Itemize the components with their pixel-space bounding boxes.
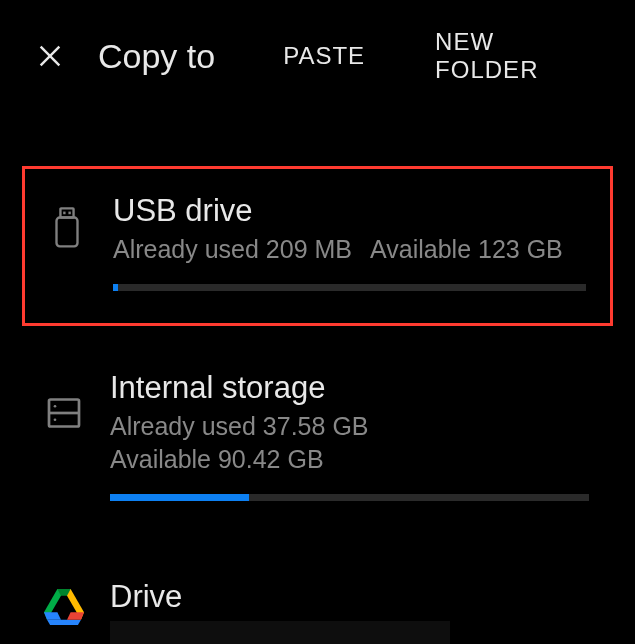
storage-internal-used: Already used 37.58 GB [110, 412, 589, 441]
storage-drive-account-redacted [110, 621, 450, 644]
highlight-box-usb: USB drive Already used 209 MB Available … [22, 166, 613, 326]
svg-point-9 [54, 418, 57, 421]
google-drive-icon [38, 579, 90, 627]
storage-usb-progress [113, 284, 586, 291]
page-title: Copy to [98, 37, 215, 76]
storage-usb-used: Already used 209 MB [113, 235, 352, 264]
storage-usb-row[interactable]: USB drive Already used 209 MB Available … [37, 185, 590, 299]
storage-usb-body: USB drive Already used 209 MB Available … [113, 193, 586, 291]
storage-icon [38, 370, 90, 434]
storage-internal-avail: Available 90.42 GB [110, 445, 589, 474]
storage-usb-progress-fill [113, 284, 118, 291]
new-folder-button[interactable]: NEW FOLDER [435, 28, 603, 84]
storage-drive-row[interactable]: Drive [34, 571, 593, 644]
svg-rect-5 [57, 218, 78, 247]
svg-point-8 [54, 405, 57, 408]
svg-rect-2 [60, 208, 73, 217]
header: Copy to PASTE NEW FOLDER [0, 0, 635, 112]
paste-button[interactable]: PASTE [283, 42, 365, 70]
storage-internal-progress [110, 494, 589, 501]
storage-drive-title: Drive [110, 579, 589, 615]
usb-icon [41, 193, 93, 249]
storage-internal-section: Internal storage Already used 37.58 GB A… [34, 354, 593, 527]
storage-internal-progress-fill [110, 494, 249, 501]
storage-internal-body: Internal storage Already used 37.58 GB A… [110, 370, 589, 501]
storage-internal-row[interactable]: Internal storage Already used 37.58 GB A… [34, 362, 593, 509]
storage-internal-title: Internal storage [110, 370, 589, 406]
storage-usb-title: USB drive [113, 193, 586, 229]
storage-drive-body: Drive [110, 579, 589, 644]
storage-usb-avail: Available 123 GB [370, 235, 563, 264]
storage-drive-section: Drive [34, 563, 593, 644]
close-icon[interactable] [36, 42, 64, 70]
